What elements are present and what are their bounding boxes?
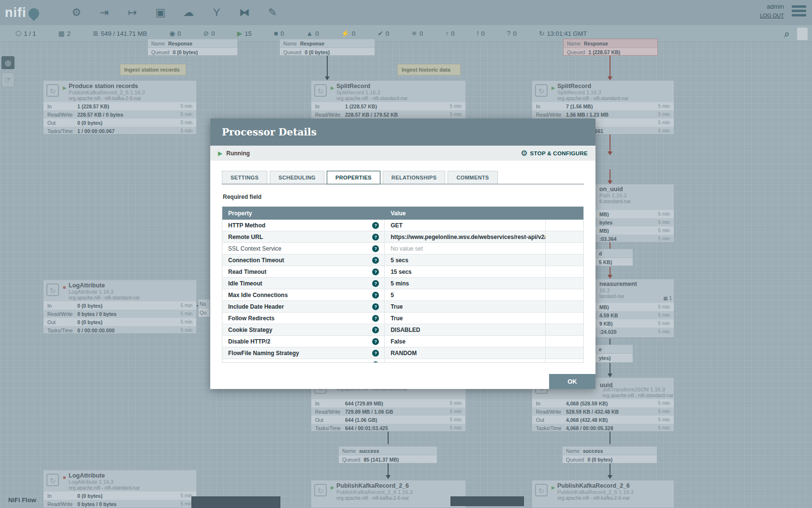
processor-logattribute-bottom[interactable]: ↻ ■ LogAttribute LogAttribute 1.16.3 org…	[43, 470, 197, 508]
running-status-icon: ▶	[63, 85, 67, 90]
flow-label[interactable]: Ingest historic data	[397, 64, 461, 75]
dialog-tab[interactable]: COMMENTS	[448, 171, 497, 184]
status-counter-icon: ↑	[445, 30, 449, 37]
connection-line[interactable]	[388, 463, 389, 476]
help-icon[interactable]: ?	[372, 350, 379, 357]
processor-type-icon: ↻	[535, 484, 548, 496]
property-value[interactable]: 5 secs	[391, 257, 408, 264]
status-counter: ! 0	[477, 30, 484, 37]
processor-on-uuid-partial[interactable]: on_uuid Path 1.16.3 fi-standard-nar MB)5…	[595, 184, 674, 242]
running-status-icon: ▶	[331, 85, 334, 90]
help-icon[interactable]: ?	[372, 292, 379, 299]
property-name: HTTP Method	[228, 222, 265, 229]
help-icon[interactable]: ?	[372, 245, 379, 252]
connection-label[interactable]: NameResponse Queued0 (0 bytes)	[147, 39, 238, 56]
flow-label[interactable]: Ingest station records	[120, 64, 186, 75]
property-value[interactable]: 15 secs	[391, 269, 411, 275]
processor-icon[interactable]: ⚙	[68, 4, 85, 21]
funnel-icon[interactable]: Y	[208, 4, 225, 21]
remote-process-group-icon[interactable]: ☁	[180, 4, 197, 21]
breadcrumb[interactable]: NiFi Flow	[8, 496, 36, 504]
help-icon[interactable]: ?	[372, 222, 379, 229]
connection-line[interactable]	[609, 463, 610, 476]
logout-link[interactable]: LOG OUT	[760, 12, 784, 20]
stat-row: :03.3645 min	[595, 235, 674, 242]
processor-publishkafka-middle[interactable]: ↻ ▶ PublishKafkaRecord_2_6 PublishKafkaR…	[311, 480, 466, 508]
refresh-icon[interactable]: ↻	[539, 30, 545, 37]
connection-label-partial[interactable]: Na Qu	[198, 299, 210, 317]
status-counter-icon: ≣	[93, 30, 99, 37]
selected-connection-label-partial[interactable]	[450, 496, 524, 506]
connection-label[interactable]: Namesuccess Queued0 (0 bytes)	[562, 446, 657, 463]
template-icon[interactable]: ⧓	[236, 4, 253, 21]
output-port-icon[interactable]: ↦	[124, 4, 141, 21]
property-value[interactable]: 5 mins	[391, 280, 409, 287]
processor-measurement-partial[interactable]: neasurement 16.3 tandard-nar ▦ 1 MB)5 mi…	[595, 279, 674, 338]
dialog-tab[interactable]: PROPERTIES	[327, 171, 380, 184]
process-group-icon[interactable]: ▣	[152, 4, 169, 21]
active-threads-badge: ▦ 1	[663, 296, 672, 301]
connection-line[interactable]	[388, 432, 389, 444]
last-refresh: ↻ 13:01:41 GMT	[539, 30, 587, 37]
help-icon[interactable]: ?	[372, 315, 379, 322]
status-counter: ◉ 0	[169, 30, 181, 37]
connection-line[interactable]	[609, 56, 610, 76]
navigate-palette-icon[interactable]: ◎	[1, 56, 14, 69]
connection-line[interactable]	[609, 242, 610, 249]
properties-table-body: HTTP Method ? GET Remote URL ? https://w…	[222, 220, 583, 362]
connection-label[interactable]: NameResponse Queued1 (228.57 KB)	[563, 39, 658, 56]
connection-label[interactable]: NameResponse Queued0 (0 bytes)	[279, 39, 375, 56]
search-icon[interactable]: ⌕	[784, 28, 790, 40]
selected-connection-label-partial[interactable]	[191, 496, 280, 508]
processor-publishkafka-right[interactable]: ↻ ▶ PublishKafkaRecord_2_6 PublishKafkaR…	[532, 480, 674, 508]
help-icon[interactable]: ?	[372, 338, 379, 345]
input-port-icon[interactable]: ⇥	[96, 4, 113, 21]
dialog-tab[interactable]: SCHEDULING	[270, 171, 324, 184]
property-value[interactable]: True	[391, 315, 403, 322]
property-value[interactable]: True	[391, 303, 403, 310]
help-icon[interactable]: ?	[372, 280, 379, 287]
property-value[interactable]: DISABLED	[391, 327, 420, 333]
processor-logattribute[interactable]: ↻ ■ LogAttribute LogAttribute 1.16.3 org…	[43, 280, 197, 334]
operate-palette-icon[interactable]: ☞	[1, 73, 14, 87]
connection-label-partial[interactable]: d 5 KB)	[595, 249, 633, 266]
dialog-tab[interactable]: SETTINGS	[222, 171, 267, 184]
connection-line[interactable]	[327, 56, 328, 76]
connection-label-partial[interactable]: e ytes)	[595, 344, 633, 363]
connection-line[interactable]	[609, 134, 610, 154]
ok-button[interactable]: OK	[549, 374, 595, 389]
help-icon[interactable]: ?	[372, 303, 379, 310]
arrowhead-icon	[608, 275, 612, 279]
panel-toggle-icon[interactable]	[797, 27, 808, 41]
connection-line[interactable]	[609, 432, 610, 444]
property-value[interactable]: RANDOM	[391, 350, 417, 357]
dialog-header: Processor Details	[210, 119, 595, 146]
help-icon[interactable]: ?	[372, 327, 379, 333]
arrowhead-icon	[608, 475, 612, 479]
arrowhead-icon	[608, 76, 612, 80]
connection-line[interactable]	[609, 339, 610, 344]
stat-row: Read/Write228.57 KB / 0 bytes5 min	[44, 110, 196, 119]
property-value[interactable]: False	[391, 338, 406, 345]
stat-row: Tasks/Time1 / 00:00:00.0675 min	[44, 127, 196, 134]
help-icon[interactable]: ?	[372, 234, 379, 240]
help-icon[interactable]: ?	[372, 257, 379, 264]
dialog-tabs: SETTINGSSCHEDULINGPROPERTIESRELATIONSHIP…	[222, 171, 584, 184]
property-value[interactable]: No value set	[391, 245, 423, 252]
property-value[interactable]: 5	[391, 292, 394, 299]
property-value[interactable]: GET	[391, 222, 403, 229]
connection-label[interactable]: Namesuccess Queued85 (141.37 MB)	[338, 446, 437, 463]
property-value[interactable]: No value set	[391, 361, 423, 363]
label-icon[interactable]: ✎	[264, 4, 281, 21]
help-icon[interactable]: ?	[372, 269, 379, 275]
nifi-logo: nifi	[5, 5, 59, 20]
processor-produce-station-records[interactable]: ↻ ▶ Produce station records PublishKafka…	[43, 80, 197, 134]
property-value[interactable]: https://www.pegelonline.wsv.de/webservic…	[391, 234, 545, 240]
status-counter-icon: ▲	[306, 30, 313, 37]
stop-and-configure-button[interactable]: ⚙ STOP & CONFIGURE	[521, 149, 588, 158]
arrowhead-icon	[325, 76, 330, 80]
dialog-tab[interactable]: RELATIONSHIPS	[383, 171, 446, 184]
connection-line[interactable]	[609, 363, 610, 374]
global-menu-icon[interactable]	[792, 5, 806, 16]
help-icon[interactable]: ?	[372, 361, 379, 363]
